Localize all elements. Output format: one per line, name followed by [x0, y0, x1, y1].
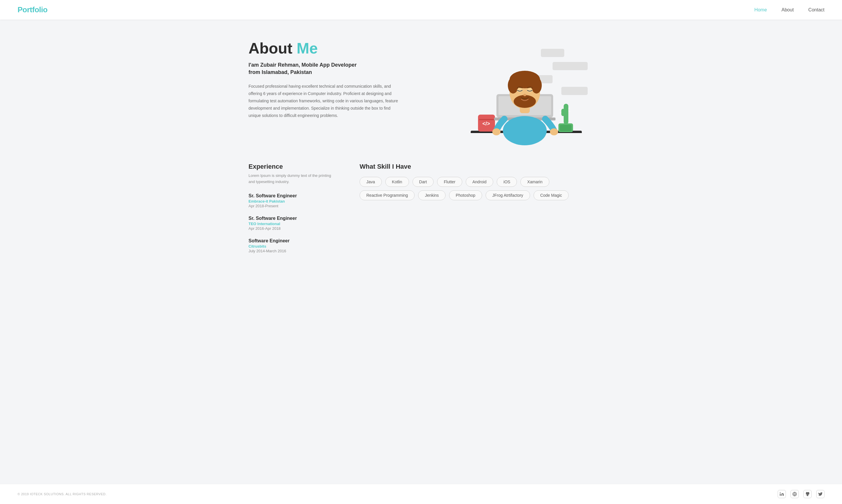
job-title-3: Software Engineer	[249, 238, 336, 244]
experience-subtitle: Lorem Ipsum is simply dummy text of the …	[249, 173, 336, 185]
bio-text: Focused professional having excellent te…	[249, 83, 400, 120]
developer-illustration: </>	[453, 40, 593, 148]
skills-grid: JavaKotlinDartFlutterAndroidiOSXamarinRe…	[360, 177, 593, 200]
svg-line-32	[560, 112, 561, 113]
nav-link-home[interactable]: Home	[754, 7, 767, 12]
svg-rect-1	[553, 62, 588, 70]
job-title-1: Sr. Software Engineer	[249, 193, 336, 198]
nav-item-about[interactable]: About	[782, 7, 794, 13]
hero-illustration: </>	[453, 40, 593, 148]
svg-point-35	[780, 492, 781, 493]
nav-link-about[interactable]: About	[782, 7, 794, 12]
logo[interactable]: Portfolio	[18, 5, 47, 14]
nav-item-home[interactable]: Home	[754, 7, 767, 13]
hero-section: About Me I'am Zubair Rehman, Mobile App …	[249, 40, 593, 148]
svg-point-19	[531, 77, 542, 93]
skill-tag: JFrog Atrtifactory	[486, 190, 530, 200]
nav-item-contact[interactable]: Contact	[808, 7, 824, 13]
skill-tag: Code Magic	[534, 190, 569, 200]
company-3: Citrusbits	[249, 244, 336, 249]
job-title-2: Sr. Software Engineer	[249, 216, 336, 221]
skills-title: What Skill I Have	[360, 163, 593, 170]
nav-link-contact[interactable]: Contact	[808, 7, 824, 12]
skill-tag: Reactive Programming	[360, 190, 415, 200]
linkedin-icon[interactable]	[778, 490, 786, 498]
heading-main: About	[249, 40, 297, 57]
experience-section: Experience Lorem Ipsum is simply dummy t…	[249, 163, 336, 261]
company-1: Embrace-it Pakistan	[249, 199, 336, 203]
logo-highlight: o	[43, 5, 47, 14]
svg-rect-0	[541, 49, 564, 57]
footer: © 2019 IOTECK SOLUTIONS. ALL RIGHTS RESE…	[0, 484, 842, 504]
exp-item-2: Sr. Software Engineer TEO International …	[249, 216, 336, 231]
main-content: About Me I'am Zubair Rehman, Mobile App …	[231, 20, 611, 484]
about-heading: About Me	[249, 40, 436, 57]
skill-tag: Dart	[413, 177, 434, 187]
footer-icons	[778, 490, 824, 498]
exp-item-1: Sr. Software Engineer Embrace-it Pakista…	[249, 193, 336, 208]
svg-line-31	[560, 109, 561, 110]
logo-text: Portfoli	[18, 5, 43, 14]
navbar: Portfolio Home About Contact	[0, 0, 842, 20]
skill-tag: Photoshop	[449, 190, 482, 200]
svg-line-34	[568, 111, 570, 112]
skill-tag: Xamarin	[520, 177, 549, 187]
skill-tag: Java	[360, 177, 382, 187]
skill-tag: iOS	[497, 177, 517, 187]
period-2: Apr 2016-Apr 2018	[249, 226, 336, 231]
svg-point-23	[523, 94, 526, 96]
svg-line-33	[568, 108, 570, 109]
skill-tag: Flutter	[437, 177, 462, 187]
svg-point-20	[514, 95, 536, 108]
tagline: I'am Zubair Rehman, Mobile App Developer…	[249, 61, 436, 76]
sections: Experience Lorem Ipsum is simply dummy t…	[249, 163, 593, 261]
svg-point-24	[492, 128, 501, 136]
skill-tag: Kotlin	[385, 177, 409, 187]
exp-item-3: Software Engineer Citrusbits July 2014-M…	[249, 238, 336, 253]
skills-section: What Skill I Have JavaKotlinDartFlutterA…	[360, 163, 593, 261]
svg-rect-3	[561, 87, 588, 95]
period-3: July 2014-March 2016	[249, 249, 336, 253]
svg-text:</>: </>	[482, 121, 490, 127]
github-icon[interactable]	[803, 490, 811, 498]
svg-point-25	[550, 128, 558, 136]
nav-links: Home About Contact	[754, 7, 824, 13]
skill-tag: Jenkins	[418, 190, 445, 200]
period-1: Apr 2018-Present	[249, 204, 336, 208]
heading-highlight: Me	[297, 40, 318, 57]
footer-copyright: © 2019 IOTECK SOLUTIONS. ALL RIGHTS RESE…	[18, 492, 106, 496]
experience-title: Experience	[249, 163, 336, 170]
twitter-icon[interactable]	[816, 490, 824, 498]
svg-rect-29	[561, 109, 565, 116]
svg-rect-30	[565, 107, 568, 113]
globe-icon[interactable]	[791, 490, 799, 498]
company-2: TEO International	[249, 221, 336, 226]
svg-point-14	[503, 116, 547, 145]
hero-left: About Me I'am Zubair Rehman, Mobile App …	[249, 40, 436, 120]
svg-point-18	[508, 77, 518, 93]
svg-rect-7	[479, 119, 494, 120]
skill-tag: Android	[466, 177, 493, 187]
svg-rect-27	[560, 125, 572, 131]
